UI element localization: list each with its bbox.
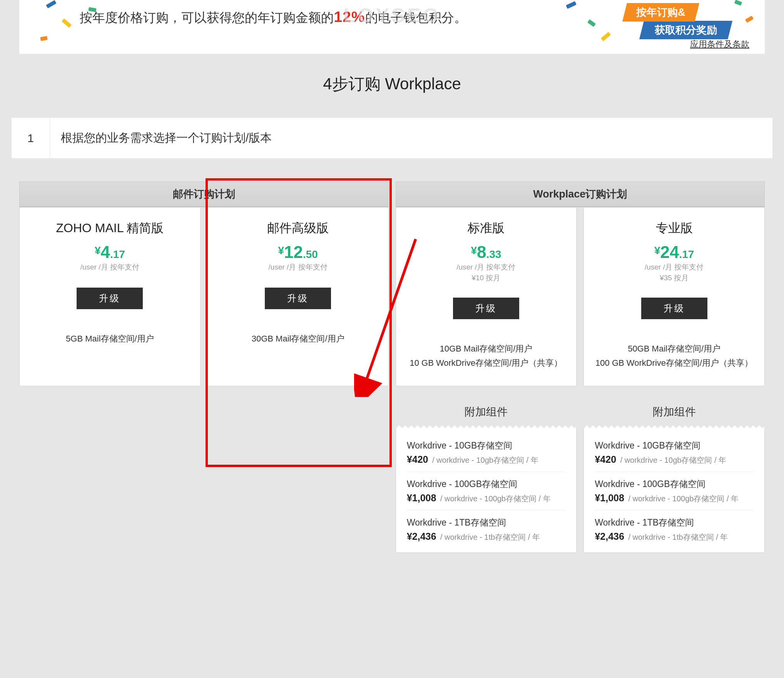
feature-line: 100 GB WorkDrive存储空间/用户（共享） [592,356,757,370]
promo-badge-reward: 获取积分奖励 [639,21,732,39]
addon-desc: / workdrive - 1tb存储空间 / 年 [628,533,728,541]
plan-price: ¥4.17 [27,244,192,261]
addon-desc: / workdrive - 100gb存储空间 / 年 [440,494,551,503]
confetti [46,0,57,8]
confetti [745,16,754,23]
addon-item: Workdrive - 1TB存储空间 ¥2,436 / workdrive -… [407,510,566,549]
addons-card: Workdrive - 10GB存储空间 ¥420 / workdrive - … [396,429,577,553]
plan-price: ¥24.17 [592,244,757,261]
addon-name: Workdrive - 1TB存储空间 [595,517,754,529]
promo-line-a: 按年度价格订购，可以获得您的年订购金额的 [80,10,334,25]
step-text: 根据您的业务需求选择一个订购计划/版本 [50,118,772,158]
promo-badge-annual: 按年订购& [622,3,699,22]
plans-row: ZOHO MAIL 精简版 ¥4.17 /user /月 按年支付 升级 5GB… [19,207,765,386]
upgrade-button[interactable]: 升级 [641,298,707,319]
step-number: 1 [12,118,50,158]
promo-line-b: 的电子钱包积分。 [365,10,467,25]
addon-name: Workdrive - 100GB存储空间 [595,478,754,490]
terms-link[interactable]: 应用条件及条款 [690,39,749,50]
addons-spacer [19,397,389,553]
plan-price-sub: /user /月 按年支付 [404,262,569,272]
confetti [587,19,596,27]
addon-item: Workdrive - 10GB存储空间 ¥420 / workdrive - … [595,440,754,472]
promo-text: 按年度价格订购，可以获得您的年订购金额的12%的电子钱包积分。 [77,5,470,28]
addons-title: 附加组件 [396,397,577,429]
confetti [40,36,47,41]
category-row: 邮件订购计划 Workplace订购计划 [19,181,765,207]
pricing-grid: 邮件订购计划 Workplace订购计划 ZOHO MAIL 精简版 ¥4.17… [19,181,765,386]
upgrade-button[interactable]: 升级 [453,298,519,319]
addon-desc: / workdrive - 100gb存储空间 / 年 [628,494,739,503]
plan-features: 50GB Mail存储空间/用户 100 GB WorkDrive存储空间/用户… [592,342,757,370]
upgrade-button[interactable]: 升级 [77,288,143,309]
plan-features: 10GB Mail存储空间/用户 10 GB WorkDrive存储空间/用户（… [404,342,569,370]
plan-features: 30GB Mail存储空间/用户 [216,331,381,346]
promo-percent: 12% [334,8,365,25]
feature-line: 5GB Mail存储空间/用户 [27,331,192,346]
feature-line: 10GB Mail存储空间/用户 [404,342,569,356]
addon-name: Workdrive - 1TB存储空间 [407,517,566,529]
addon-price: ¥2,436 [407,531,436,542]
addons-card: Workdrive - 10GB存储空间 ¥420 / workdrive - … [583,429,765,553]
confetti [734,0,742,6]
addon-price: ¥1,008 [595,492,624,503]
addon-item: Workdrive - 100GB存储空间 ¥1,008 / workdrive… [595,472,754,510]
plan-price-sub2: ¥35 按月 [592,273,757,283]
addon-name: Workdrive - 10GB存储空间 [595,440,754,452]
addon-item: Workdrive - 1TB存储空间 ¥2,436 / workdrive -… [595,510,754,549]
confetti [601,32,611,41]
addon-desc: / workdrive - 10gb存储空间 / 年 [432,456,538,464]
confetti [566,1,577,9]
addons-col-standard: 附加组件 Workdrive - 10GB存储空间 ¥420 / workdri… [396,397,577,553]
plan-mail-premium: 邮件高级版 ¥12.50 /user /月 按年支付 升级 30GB Mail存… [207,207,389,386]
addons-col-professional: 附加组件 Workdrive - 10GB存储空间 ¥420 / workdri… [583,397,765,553]
plan-features: 5GB Mail存储空间/用户 [27,331,192,346]
plan-price-sub: /user /月 按年支付 [216,262,381,272]
upgrade-button[interactable]: 升级 [265,288,331,309]
promo-badges: 按年订购& 获取积分奖励 [625,3,730,39]
addons-row: 附加组件 Workdrive - 10GB存储空间 ¥420 / workdri… [19,397,765,553]
addon-name: Workdrive - 100GB存储空间 [407,478,566,490]
plan-professional: 专业版 ¥24.17 /user /月 按年支付 ¥35 按月 升级 50GB … [583,207,765,386]
feature-line: 30GB Mail存储空间/用户 [216,331,381,346]
addon-desc: / workdrive - 10gb存储空间 / 年 [620,456,727,464]
step-bar: 1 根据您的业务需求选择一个订购计划/版本 [12,118,772,158]
confetti [62,18,72,28]
plan-name: 专业版 [592,220,757,237]
addon-price: ¥2,436 [595,531,624,542]
category-mail: 邮件订购计划 [19,181,389,207]
plan-price: ¥12.50 [216,244,381,261]
plan-mail-lite: ZOHO MAIL 精简版 ¥4.17 /user /月 按年支付 升级 5GB… [19,207,201,386]
feature-line: 10 GB WorkDrive存储空间/用户（共享） [404,356,569,370]
page-title: 4步订购 Workplace [0,73,784,95]
addon-price: ¥420 [407,454,428,465]
plan-name: 邮件高级版 [216,220,381,237]
addon-name: Workdrive - 10GB存储空间 [407,440,566,452]
addon-price: ¥1,008 [407,492,436,503]
promo-banner: LOYSEO 按年度价格订购，可以获得您的年订购金额的12%的电子钱包积分。 按… [19,0,765,54]
addons-title: 附加组件 [583,397,765,429]
plan-price-sub: /user /月 按年支付 [27,262,192,272]
addon-desc: / workdrive - 1tb存储空间 / 年 [440,533,540,541]
addon-item: Workdrive - 10GB存储空间 ¥420 / workdrive - … [407,440,566,472]
plan-standard: 标准版 ¥8.33 /user /月 按年支付 ¥10 按月 升级 10GB M… [396,207,577,386]
plan-name: ZOHO MAIL 精简版 [27,220,192,237]
plan-price-sub2: ¥10 按月 [404,273,569,283]
feature-line: 50GB Mail存储空间/用户 [592,342,757,356]
plan-name: 标准版 [404,220,569,237]
addon-price: ¥420 [595,454,616,465]
plan-price: ¥8.33 [404,244,569,261]
plan-price-sub: /user /月 按年支付 [592,262,757,272]
category-workplace: Workplace订购计划 [396,181,765,207]
addon-item: Workdrive - 100GB存储空间 ¥1,008 / workdrive… [407,472,566,510]
